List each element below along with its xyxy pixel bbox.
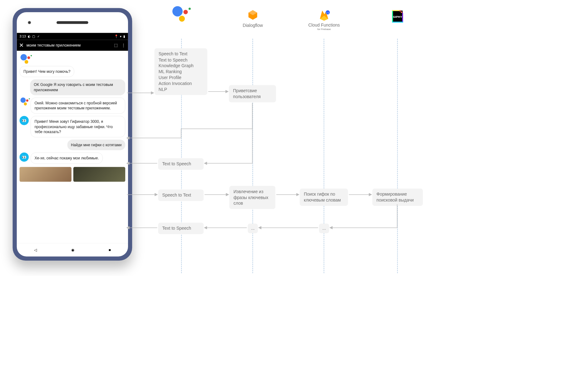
cap-item: User Profile	[159, 75, 203, 81]
more-icon[interactable]: ⋮	[121, 43, 126, 48]
phone-bezel-top	[17, 12, 128, 33]
speaker-icon	[57, 21, 88, 24]
message-bubble: Привет! Меня зовут Гифинатор 3000, я про…	[31, 116, 125, 137]
dialogflow-icon	[247, 9, 259, 21]
svg-text:GIPHY: GIPHY	[393, 15, 402, 18]
back-icon[interactable]: ◁	[34, 248, 37, 252]
column-dialogflow: Dialogflow	[223, 9, 283, 28]
camera-icon	[28, 21, 31, 24]
message-bubble: OK Google Я хочу говорить с моим тестовы…	[30, 79, 125, 95]
status-icon: ◐	[28, 34, 31, 38]
google-assistant-icon	[20, 98, 29, 107]
status-icon: ▢	[32, 34, 35, 38]
status-bar: 3:13 ◐ ▢ ✓ 📍 ▾ ▮	[17, 33, 128, 40]
user-message: Найди мне гифки с котятами	[20, 140, 126, 150]
assistant-message: Окей. Можно ознакомиться с пробной верси…	[20, 98, 126, 114]
cap-item: Knowledge Graph	[159, 63, 203, 69]
column-label: Cloud Functions	[294, 22, 354, 28]
column-label: Dialogflow	[223, 23, 283, 28]
recents-icon[interactable]: ■	[109, 248, 111, 252]
google-assistant-icon	[21, 54, 31, 64]
cast-icon[interactable]: ⬚	[114, 43, 118, 48]
android-navbar: ◁ ◉ ■	[17, 243, 128, 257]
phone-mockup: 3:13 ◐ ▢ ✓ 📍 ▾ ▮ ✕ моим тестовым приложе…	[12, 8, 132, 261]
svg-rect-7	[392, 22, 403, 22]
status-time: 3:13	[20, 34, 26, 38]
box-tts-2: Text to Speech	[158, 222, 204, 234]
battery-icon: ▮	[123, 34, 125, 38]
bot-message: 👀 Хе-хе, сейчас покажу мои любимые.	[20, 152, 126, 164]
svg-rect-8	[392, 10, 400, 11]
message-bubble: Окей. Можно ознакомиться с пробной верси…	[31, 98, 125, 114]
bot-avatar-icon: 👀	[20, 152, 29, 162]
lane-divider	[324, 39, 324, 273]
gif-results	[20, 167, 126, 182]
message-bubble: Привет! Чем могу помочь?	[20, 66, 74, 77]
cap-item: NLP	[159, 87, 203, 92]
box-welcome: Приветсвие пользователя	[229, 85, 276, 102]
firebase-icon: (··)	[318, 9, 330, 21]
lane-divider	[397, 39, 398, 273]
google-assistant-icon	[172, 6, 191, 22]
bot-avatar-icon: 👀	[20, 116, 29, 125]
lane-divider	[252, 39, 253, 273]
close-icon[interactable]: ✕	[19, 42, 24, 49]
appbar-title: моим тестовым приложением	[27, 43, 111, 48]
box-dots: ...	[319, 223, 329, 233]
box-assistant-capabilities: Speech to Text Text to Speech Knowledge …	[155, 48, 207, 95]
box-form-results: Формирование поисковой выдачи	[372, 189, 423, 206]
giphy-icon: GIPHY	[389, 9, 406, 23]
cap-item: Action Invocation	[159, 81, 203, 87]
svg-rect-10	[401, 12, 402, 13]
svg-text:(··): (··)	[326, 12, 329, 14]
box-stt-1: Speech to Text	[158, 189, 204, 201]
svg-rect-6	[402, 13, 403, 22]
location-icon: 📍	[114, 34, 118, 38]
assistant-message: Привет! Чем могу помочь?	[20, 66, 126, 77]
column-sublabel: for Firebase	[294, 28, 354, 30]
message-bubble: Найди мне гифки с котятами	[67, 140, 125, 150]
gif-thumbnail[interactable]	[20, 167, 72, 182]
cap-item: ML Ranking	[159, 69, 203, 75]
user-message: OK Google Я хочу говорить с моим тестовы…	[20, 79, 126, 95]
bot-message: 👀 Привет! Меня зовут Гифинатор 3000, я п…	[20, 116, 126, 137]
message-bubble: Хе-хе, сейчас покажу мои любимые.	[31, 152, 103, 164]
box-extract: Извлечение из фразы ключевых слов	[230, 186, 275, 209]
app-bar: ✕ моим тестовым приложением ⬚ ⋮	[17, 40, 128, 51]
home-icon[interactable]: ◉	[71, 248, 74, 252]
svg-rect-9	[399, 10, 401, 11]
gif-thumbnail[interactable]	[73, 167, 125, 182]
box-tts-1: Text to Speech	[158, 158, 204, 170]
chat-area: Привет! Чем могу помочь? OK Google Я хоч…	[17, 51, 128, 243]
column-google-assistant	[152, 9, 211, 25]
box-search: Поиск гифок по ключевым словам	[300, 189, 348, 206]
column-cloud-functions: (··) Cloud Functions for Firebase	[294, 9, 354, 30]
status-icon: ✓	[37, 34, 40, 38]
wifi-icon: ▾	[120, 34, 121, 38]
cap-item: Text to Speech	[159, 57, 203, 63]
box-dots: ...	[248, 223, 258, 233]
cap-item: Speech to Text	[159, 51, 203, 57]
column-giphy: GIPHY	[368, 9, 427, 24]
